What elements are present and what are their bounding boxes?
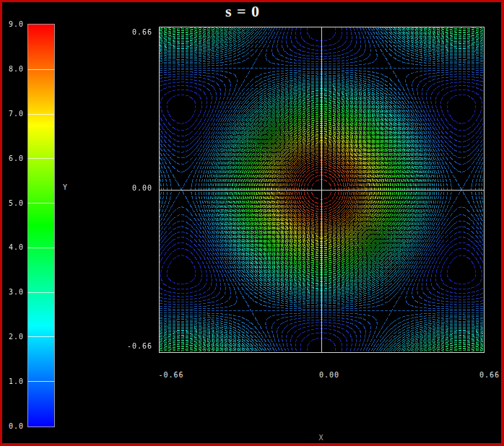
y-axis-tick-label: -0.66 — [2, 342, 152, 351]
page-title: s = 0 — [225, 2, 260, 21]
contour-canvas — [160, 27, 484, 352]
colorbar-tick-label: 3.0 — [2, 288, 24, 297]
colorbar-tick-label: 7.0 — [2, 110, 24, 118]
x-axis-tick-label: 0.66 — [479, 371, 500, 380]
colorbar-tick-label: 5.0 — [2, 199, 24, 208]
colorbar-tick-label: 4.0 — [2, 243, 24, 252]
colorbar-tick-label: 2.0 — [2, 333, 24, 341]
x-axis-tick-label: 0.00 — [319, 371, 339, 380]
plot-window: s = 0 0.01.02.03.04.05.06.07.08.09.0 Y 0… — [0, 0, 504, 446]
y-axis-tick-label: 0.66 — [2, 28, 152, 37]
colorbar-tick-label: 8.0 — [2, 65, 24, 74]
colorbar-tick-label: 6.0 — [2, 154, 24, 163]
x-axis-tick-label: -0.66 — [158, 371, 183, 380]
colorbar-tick-label: 0.0 — [2, 422, 24, 431]
x-axis-label: X — [318, 434, 323, 442]
colorbar-gradient — [28, 25, 54, 427]
colorbar-tick-label: 1.0 — [2, 377, 24, 386]
y-axis-tick-label: 0.00 — [2, 184, 152, 193]
plot-area — [159, 27, 485, 353]
